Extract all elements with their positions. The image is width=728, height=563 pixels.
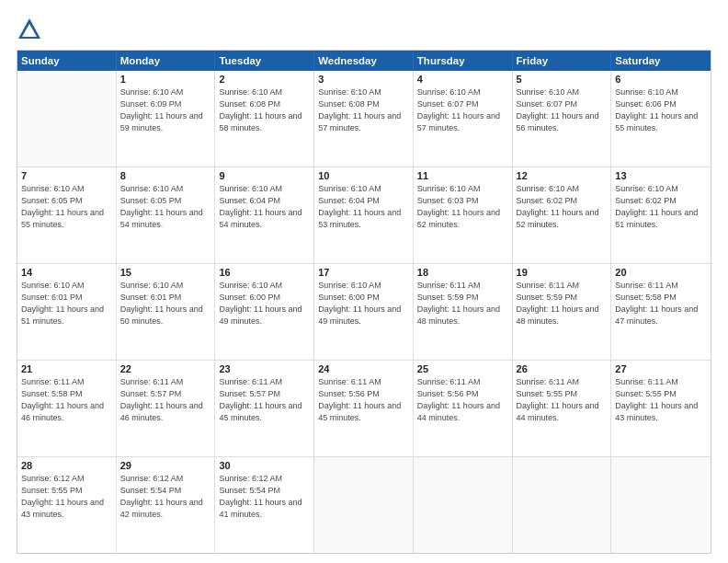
day-number: 26 bbox=[517, 363, 608, 374]
day-number: 2 bbox=[219, 74, 310, 85]
cell-info: Sunrise: 6:11 AM Sunset: 5:56 PM Dayligh… bbox=[417, 376, 508, 424]
cell-info: Sunrise: 6:11 AM Sunset: 5:58 PM Dayligh… bbox=[615, 280, 707, 327]
cell-info: Sunrise: 6:11 AM Sunset: 5:59 PM Dayligh… bbox=[417, 280, 508, 327]
day-cell-4: 4Sunrise: 6:10 AM Sunset: 6:07 PM Daylig… bbox=[414, 71, 513, 167]
day-number: 29 bbox=[120, 460, 211, 471]
cell-info: Sunrise: 6:10 AM Sunset: 6:06 PM Dayligh… bbox=[615, 86, 707, 134]
day-number: 1 bbox=[120, 74, 211, 85]
day-number: 5 bbox=[517, 74, 608, 85]
day-cell-25: 25Sunrise: 6:11 AM Sunset: 5:56 PM Dayli… bbox=[414, 361, 513, 456]
cell-info: Sunrise: 6:10 AM Sunset: 6:01 PM Dayligh… bbox=[120, 280, 211, 327]
day-number: 12 bbox=[517, 170, 608, 181]
day-number: 27 bbox=[615, 363, 707, 374]
cell-info: Sunrise: 6:10 AM Sunset: 6:02 PM Dayligh… bbox=[517, 183, 608, 231]
calendar-row-4: 28Sunrise: 6:12 AM Sunset: 5:55 PM Dayli… bbox=[17, 456, 711, 553]
cell-info: Sunrise: 6:10 AM Sunset: 6:04 PM Dayligh… bbox=[318, 183, 409, 231]
day-number: 25 bbox=[417, 363, 508, 374]
cell-info: Sunrise: 6:10 AM Sunset: 6:01 PM Dayligh… bbox=[21, 280, 112, 327]
day-cell-9: 9Sunrise: 6:10 AM Sunset: 6:04 PM Daylig… bbox=[215, 167, 314, 263]
day-number: 16 bbox=[219, 267, 310, 278]
weekday-header-sunday: Sunday bbox=[17, 51, 117, 71]
cell-info: Sunrise: 6:11 AM Sunset: 5:56 PM Dayligh… bbox=[318, 376, 409, 424]
day-number: 15 bbox=[120, 267, 211, 278]
day-number: 28 bbox=[21, 460, 112, 471]
cell-info: Sunrise: 6:11 AM Sunset: 5:57 PM Dayligh… bbox=[219, 376, 310, 424]
calendar-row-3: 21Sunrise: 6:11 AM Sunset: 5:58 PM Dayli… bbox=[17, 360, 711, 456]
day-cell-22: 22Sunrise: 6:11 AM Sunset: 5:57 PM Dayli… bbox=[117, 361, 216, 456]
cell-info: Sunrise: 6:10 AM Sunset: 6:05 PM Dayligh… bbox=[21, 183, 112, 231]
day-cell-19: 19Sunrise: 6:11 AM Sunset: 5:59 PM Dayli… bbox=[513, 264, 612, 360]
day-cell-11: 11Sunrise: 6:10 AM Sunset: 6:03 PM Dayli… bbox=[414, 167, 513, 263]
cell-info: Sunrise: 6:10 AM Sunset: 6:02 PM Dayligh… bbox=[615, 183, 707, 231]
day-cell-12: 12Sunrise: 6:10 AM Sunset: 6:02 PM Dayli… bbox=[513, 167, 612, 263]
day-cell-3: 3Sunrise: 6:10 AM Sunset: 6:08 PM Daylig… bbox=[314, 71, 414, 167]
calendar-body: 1Sunrise: 6:10 AM Sunset: 6:09 PM Daylig… bbox=[17, 71, 711, 553]
day-number: 3 bbox=[318, 74, 409, 85]
day-number: 18 bbox=[417, 267, 508, 278]
empty-cell-0-0 bbox=[17, 71, 117, 167]
cell-info: Sunrise: 6:12 AM Sunset: 5:55 PM Dayligh… bbox=[21, 473, 112, 521]
weekday-header-tuesday: Tuesday bbox=[215, 51, 314, 71]
page: SundayMondayTuesdayWednesdayThursdayFrid… bbox=[0, 0, 728, 563]
cell-info: Sunrise: 6:11 AM Sunset: 5:55 PM Dayligh… bbox=[517, 376, 608, 424]
cell-info: Sunrise: 6:10 AM Sunset: 6:00 PM Dayligh… bbox=[318, 280, 409, 327]
logo bbox=[17, 17, 46, 42]
day-number: 10 bbox=[318, 170, 409, 181]
empty-cell-4-6 bbox=[611, 457, 711, 553]
day-cell-1: 1Sunrise: 6:10 AM Sunset: 6:09 PM Daylig… bbox=[117, 71, 216, 167]
day-cell-27: 27Sunrise: 6:11 AM Sunset: 5:55 PM Dayli… bbox=[611, 361, 711, 456]
calendar-row-2: 14Sunrise: 6:10 AM Sunset: 6:01 PM Dayli… bbox=[17, 263, 711, 360]
day-number: 22 bbox=[120, 363, 211, 374]
day-cell-7: 7Sunrise: 6:10 AM Sunset: 6:05 PM Daylig… bbox=[17, 167, 117, 263]
day-number: 11 bbox=[417, 170, 508, 181]
day-number: 17 bbox=[318, 267, 409, 278]
cell-info: Sunrise: 6:10 AM Sunset: 6:00 PM Dayligh… bbox=[219, 280, 310, 327]
day-cell-16: 16Sunrise: 6:10 AM Sunset: 6:00 PM Dayli… bbox=[215, 264, 314, 360]
day-number: 30 bbox=[219, 460, 310, 471]
day-cell-30: 30Sunrise: 6:12 AM Sunset: 5:54 PM Dayli… bbox=[215, 457, 314, 553]
day-number: 13 bbox=[615, 170, 707, 181]
day-cell-18: 18Sunrise: 6:11 AM Sunset: 5:59 PM Dayli… bbox=[414, 264, 513, 360]
cell-info: Sunrise: 6:10 AM Sunset: 6:04 PM Dayligh… bbox=[219, 183, 310, 231]
cell-info: Sunrise: 6:10 AM Sunset: 6:08 PM Dayligh… bbox=[219, 86, 310, 134]
day-cell-24: 24Sunrise: 6:11 AM Sunset: 5:56 PM Dayli… bbox=[314, 361, 414, 456]
empty-cell-4-5 bbox=[513, 457, 612, 553]
cell-info: Sunrise: 6:10 AM Sunset: 6:09 PM Dayligh… bbox=[120, 86, 211, 134]
day-cell-8: 8Sunrise: 6:10 AM Sunset: 6:05 PM Daylig… bbox=[117, 167, 216, 263]
logo-icon bbox=[17, 17, 42, 42]
day-cell-10: 10Sunrise: 6:10 AM Sunset: 6:04 PM Dayli… bbox=[314, 167, 414, 263]
calendar-row-1: 7Sunrise: 6:10 AM Sunset: 6:05 PM Daylig… bbox=[17, 167, 711, 263]
empty-cell-4-3 bbox=[314, 457, 414, 553]
day-number: 4 bbox=[417, 74, 508, 85]
day-cell-28: 28Sunrise: 6:12 AM Sunset: 5:55 PM Dayli… bbox=[17, 457, 117, 553]
cell-info: Sunrise: 6:10 AM Sunset: 6:07 PM Dayligh… bbox=[417, 86, 508, 134]
cell-info: Sunrise: 6:10 AM Sunset: 6:03 PM Dayligh… bbox=[417, 183, 508, 231]
day-number: 8 bbox=[120, 170, 211, 181]
calendar-header: SundayMondayTuesdayWednesdayThursdayFrid… bbox=[17, 51, 711, 71]
weekday-header-saturday: Saturday bbox=[611, 51, 711, 71]
day-number: 21 bbox=[21, 363, 112, 374]
day-cell-6: 6Sunrise: 6:10 AM Sunset: 6:06 PM Daylig… bbox=[611, 71, 711, 167]
cell-info: Sunrise: 6:12 AM Sunset: 5:54 PM Dayligh… bbox=[120, 473, 211, 521]
cell-info: Sunrise: 6:11 AM Sunset: 5:58 PM Dayligh… bbox=[21, 376, 112, 424]
cell-info: Sunrise: 6:11 AM Sunset: 5:59 PM Dayligh… bbox=[517, 280, 608, 327]
day-cell-15: 15Sunrise: 6:10 AM Sunset: 6:01 PM Dayli… bbox=[117, 264, 216, 360]
weekday-header-monday: Monday bbox=[117, 51, 216, 71]
day-cell-20: 20Sunrise: 6:11 AM Sunset: 5:58 PM Dayli… bbox=[611, 264, 711, 360]
header bbox=[17, 17, 711, 42]
cell-info: Sunrise: 6:11 AM Sunset: 5:57 PM Dayligh… bbox=[120, 376, 211, 424]
day-number: 20 bbox=[615, 267, 707, 278]
day-number: 14 bbox=[21, 267, 112, 278]
day-number: 7 bbox=[21, 170, 112, 181]
day-number: 9 bbox=[219, 170, 310, 181]
weekday-header-friday: Friday bbox=[513, 51, 612, 71]
day-cell-29: 29Sunrise: 6:12 AM Sunset: 5:54 PM Dayli… bbox=[117, 457, 216, 553]
day-cell-26: 26Sunrise: 6:11 AM Sunset: 5:55 PM Dayli… bbox=[513, 361, 612, 456]
weekday-header-thursday: Thursday bbox=[414, 51, 513, 71]
cell-info: Sunrise: 6:12 AM Sunset: 5:54 PM Dayligh… bbox=[219, 473, 310, 521]
day-cell-23: 23Sunrise: 6:11 AM Sunset: 5:57 PM Dayli… bbox=[215, 361, 314, 456]
cell-info: Sunrise: 6:10 AM Sunset: 6:05 PM Dayligh… bbox=[120, 183, 211, 231]
day-cell-14: 14Sunrise: 6:10 AM Sunset: 6:01 PM Dayli… bbox=[17, 264, 117, 360]
empty-cell-4-4 bbox=[414, 457, 513, 553]
day-cell-17: 17Sunrise: 6:10 AM Sunset: 6:00 PM Dayli… bbox=[314, 264, 414, 360]
